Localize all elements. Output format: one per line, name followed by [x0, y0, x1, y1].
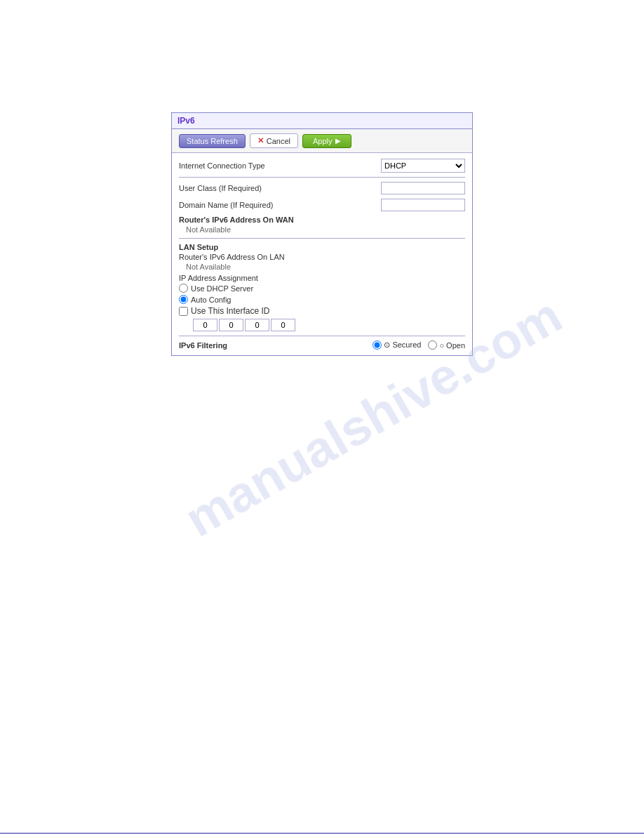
interface-id-checkbox-row: Use This Interface ID	[179, 306, 465, 316]
internet-connection-row: Internet Connection Type DHCP Static IPv…	[179, 159, 465, 173]
apply-label: Apply	[313, 137, 333, 145]
lan-setup-label: LAN Setup	[179, 243, 465, 251]
ip-address-assignment-label: IP Address Assignment	[179, 274, 465, 282]
domain-name-label: Domain Name (If Required)	[179, 201, 381, 209]
auto-config-radio[interactable]	[179, 295, 188, 304]
domain-name-row: Domain Name (If Required)	[179, 199, 465, 211]
secured-radio[interactable]	[373, 340, 382, 350]
dhcp-radio-row: Use DHCP Server	[179, 284, 465, 293]
dhcp-radio-label: Use DHCP Server	[191, 284, 253, 293]
x-icon: ✕	[257, 136, 264, 145]
domain-name-input[interactable]	[381, 199, 465, 211]
interface-id-field-2[interactable]	[219, 319, 243, 331]
open-label: ○ Open	[439, 341, 465, 350]
user-class-input[interactable]	[381, 182, 465, 194]
router-ipv6-lan-label: Router's IPv6 Address On LAN	[179, 253, 465, 261]
secured-option: ⊙ Secured	[373, 340, 421, 350]
cancel-button[interactable]: ✕ Cancel	[250, 133, 298, 148]
internet-connection-select[interactable]: DHCP Static IPv6 PPPoE Auto Config 6to4 …	[381, 159, 465, 173]
interface-id-field-3[interactable]	[245, 319, 269, 331]
interface-id-label: Use This Interface ID	[191, 306, 270, 316]
interface-id-checkbox[interactable]	[179, 307, 188, 316]
router-ipv6-lan-value: Not Available	[186, 263, 465, 271]
cancel-label: Cancel	[267, 137, 290, 145]
panel-title: IPv6	[172, 113, 472, 129]
divider-1	[179, 177, 465, 178]
filtering-options: ⊙ Secured ○ Open	[373, 340, 465, 350]
auto-config-radio-label: Auto Config	[191, 296, 231, 304]
ipv6-filtering-row: IPv6 Filtering ⊙ Secured ○ Open	[179, 336, 465, 350]
dhcp-radio[interactable]	[179, 284, 188, 293]
divider-2	[179, 238, 465, 239]
apply-button[interactable]: Apply ▶	[302, 134, 351, 148]
interface-id-inputs	[193, 319, 465, 331]
ipv6-filtering-label: IPv6 Filtering	[179, 341, 373, 350]
arrow-icon: ▶	[335, 137, 341, 145]
router-ipv6-wan-label: Router's IPv6 Address On WAN	[179, 216, 465, 224]
status-refresh-button[interactable]: Status Refresh	[179, 134, 246, 148]
user-class-label: User Class (If Required)	[179, 184, 381, 192]
open-option: ○ Open	[428, 340, 465, 350]
ipv6-panel: IPv6 Status Refresh ✕ Cancel Apply ▶ Int…	[171, 112, 473, 356]
interface-id-field-4[interactable]	[271, 319, 295, 331]
router-ipv6-wan-value: Not Available	[186, 225, 465, 234]
secured-label: ⊙ Secured	[384, 340, 421, 350]
toolbar: Status Refresh ✕ Cancel Apply ▶	[172, 129, 472, 153]
panel-content: Internet Connection Type DHCP Static IPv…	[172, 153, 472, 355]
open-radio[interactable]	[428, 340, 437, 350]
auto-config-radio-row: Auto Config	[179, 295, 465, 304]
user-class-row: User Class (If Required)	[179, 182, 465, 194]
interface-id-field-1[interactable]	[193, 319, 217, 331]
internet-connection-label: Internet Connection Type	[179, 161, 381, 170]
